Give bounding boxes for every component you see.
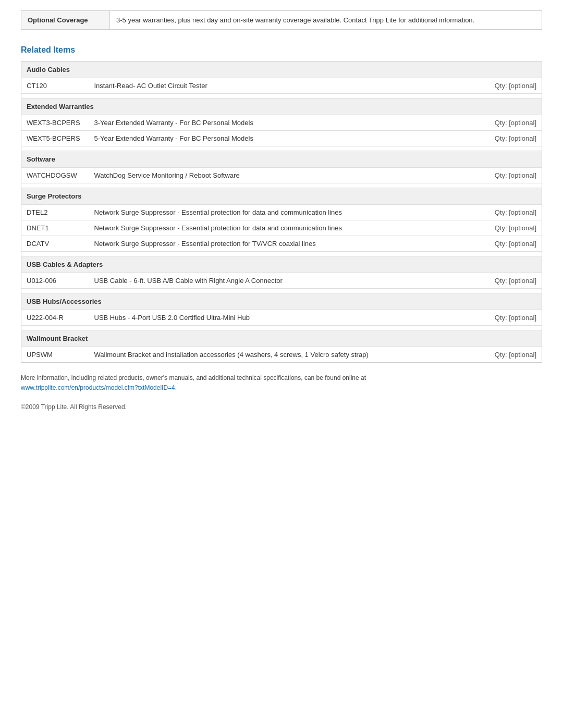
category-header-row: Software [21, 151, 542, 168]
item-qty: Qty: [optional] [480, 115, 542, 131]
item-sku: DCATV [21, 236, 89, 252]
category-spacer [21, 94, 542, 98]
category-name: USB Cables & Adapters [21, 256, 542, 273]
category-name: Wallmount Bracket [21, 330, 542, 347]
footer-text: More information, including related prod… [21, 373, 542, 393]
item-sku: DTEL2 [21, 205, 89, 220]
table-row: U222-004-RUSB Hubs - 4-Port USB 2.0 Cert… [21, 310, 542, 326]
item-sku: UPSWM [21, 347, 89, 363]
item-sku: WEXT5-BCPERS [21, 131, 89, 146]
related-items-section: Related Items Audio CablesCT120Instant-R… [21, 45, 542, 363]
copyright: ©2009 Tripp Lite. All Rights Reserved. [21, 403, 542, 411]
category-spacer [21, 183, 542, 188]
item-description: WatchDog Service Monitoring / Reboot Sof… [89, 168, 480, 183]
item-description: USB Cable - 6-ft. USB A/B Cable with Rig… [89, 273, 480, 289]
table-row: DTEL2Network Surge Suppressor - Essentia… [21, 205, 542, 220]
table-row: WEXT5-BCPERS5-Year Extended Warranty - F… [21, 131, 542, 146]
category-header-row: Audio Cables [21, 61, 542, 78]
optional-coverage-label: Optional Coverage [21, 11, 110, 30]
table-row: UPSWMWallmount Bracket and installation … [21, 347, 542, 363]
category-spacer [21, 326, 542, 330]
related-items-title: Related Items [21, 45, 542, 55]
table-row: CT120Instant-Read- AC Outlet Circuit Tes… [21, 78, 542, 94]
category-header-row: Extended Warranties [21, 98, 542, 115]
item-sku: U012-006 [21, 273, 89, 289]
table-row: DCATVNetwork Surge Suppressor - Essentia… [21, 236, 542, 252]
table-row: WATCHDOGSWWatchDog Service Monitoring / … [21, 168, 542, 183]
item-description: Network Surge Suppressor - Essential pro… [89, 205, 480, 220]
table-row: DNET1Network Surge Suppressor - Essentia… [21, 220, 542, 236]
item-qty: Qty: [optional] [480, 236, 542, 252]
category-name: Audio Cables [21, 61, 542, 78]
item-qty: Qty: [optional] [480, 205, 542, 220]
item-description: Wallmount Bracket and installation acces… [89, 347, 480, 363]
optional-coverage-description: 3-5 year warranties, plus next day and o… [110, 11, 542, 30]
item-sku: CT120 [21, 78, 89, 94]
item-sku: WEXT3-BCPERS [21, 115, 89, 131]
item-qty: Qty: [optional] [480, 131, 542, 146]
category-name: Surge Protectors [21, 188, 542, 205]
item-description: 3-Year Extended Warranty - For BC Person… [89, 115, 480, 131]
optional-coverage-table: Optional Coverage 3-5 year warranties, p… [21, 10, 542, 30]
category-spacer [21, 146, 542, 151]
category-name: USB Hubs/Accessories [21, 293, 542, 310]
item-description: Network Surge Suppressor - Essential pro… [89, 220, 480, 236]
footer-link[interactable]: www.tripplite.com/en/products/model.cfm?… [21, 384, 177, 391]
table-row: U012-006USB Cable - 6-ft. USB A/B Cable … [21, 273, 542, 289]
category-header-row: USB Cables & Adapters [21, 256, 542, 273]
item-description: USB Hubs - 4-Port USB 2.0 Certified Ultr… [89, 310, 480, 326]
footer-description: More information, including related prod… [21, 374, 366, 381]
item-description: Network Surge Suppressor - Essential pro… [89, 236, 480, 252]
category-header-row: Wallmount Bracket [21, 330, 542, 347]
table-row: WEXT3-BCPERS3-Year Extended Warranty - F… [21, 115, 542, 131]
item-qty: Qty: [optional] [480, 220, 542, 236]
item-qty: Qty: [optional] [480, 310, 542, 326]
category-name: Software [21, 151, 542, 168]
item-sku: U222-004-R [21, 310, 89, 326]
category-header-row: Surge Protectors [21, 188, 542, 205]
item-description: 5-Year Extended Warranty - For BC Person… [89, 131, 480, 146]
item-qty: Qty: [optional] [480, 78, 542, 94]
related-items-table: Audio CablesCT120Instant-Read- AC Outlet… [21, 61, 542, 363]
item-description: Instant-Read- AC Outlet Circuit Tester [89, 78, 480, 94]
category-name: Extended Warranties [21, 98, 542, 115]
item-sku: WATCHDOGSW [21, 168, 89, 183]
category-header-row: USB Hubs/Accessories [21, 293, 542, 310]
item-sku: DNET1 [21, 220, 89, 236]
item-qty: Qty: [optional] [480, 168, 542, 183]
item-qty: Qty: [optional] [480, 347, 542, 363]
category-spacer [21, 289, 542, 293]
category-spacer [21, 252, 542, 256]
item-qty: Qty: [optional] [480, 273, 542, 289]
